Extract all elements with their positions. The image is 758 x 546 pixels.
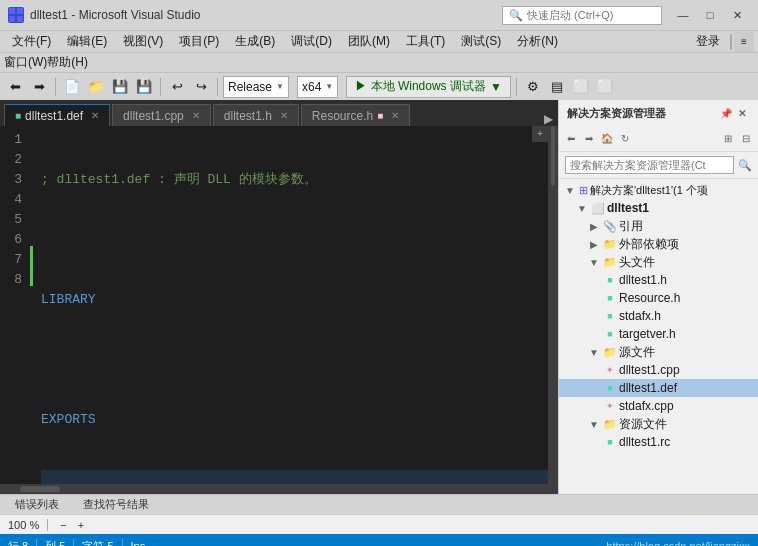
minimize-button[interactable]: — [670, 5, 696, 25]
targetverh-icon: ■ [603, 329, 617, 339]
toolbar-btn-2[interactable]: ▤ [546, 76, 568, 98]
redo-button[interactable]: ↪ [190, 76, 212, 98]
ln-1: 1 [0, 130, 22, 150]
solution-search-area: 🔍 [559, 152, 758, 179]
menu-tools[interactable]: 工具(T) [398, 31, 453, 52]
menu-extra[interactable]: ≡ [734, 32, 754, 52]
toolbar-btn-1[interactable]: ⚙ [522, 76, 544, 98]
panel-close-button[interactable]: ✕ [734, 105, 750, 121]
save-all-button[interactable]: 💾 [133, 76, 155, 98]
sol-refresh-btn[interactable]: ↻ [617, 131, 633, 147]
platform-dropdown[interactable]: x64 ▼ [297, 76, 338, 98]
menu-window[interactable]: 窗口(W) [4, 54, 47, 71]
config-dropdown[interactable]: Release ▼ [223, 76, 289, 98]
tree-dlltest1-rc[interactable]: ■ dlltest1.rc [559, 433, 758, 451]
tree-resource-files[interactable]: ▼ 📁 资源文件 [559, 415, 758, 433]
tab-close-3[interactable]: ✕ [280, 110, 288, 121]
resource-expand-icon: ▼ [587, 419, 601, 430]
quick-launch-box[interactable]: 🔍 [502, 6, 662, 25]
tab-scroll-right[interactable]: ▶ [538, 112, 558, 126]
menu-file[interactable]: 文件(F) [4, 31, 59, 52]
stdafxh-icon: ■ [603, 311, 617, 321]
sol-back-btn[interactable]: ⬅ [563, 131, 579, 147]
nav-forward-button[interactable]: ➡ [28, 76, 50, 98]
solution-expand-icon: ▼ [563, 185, 577, 196]
tab-label-4: Resource.h [312, 109, 373, 123]
tab-close-1[interactable]: ✕ [91, 110, 99, 121]
tab-resource-h[interactable]: Resource.h ■ ✕ [301, 104, 410, 126]
menu-team[interactable]: 团队(M) [340, 31, 398, 52]
nav-back-button[interactable]: ⬅ [4, 76, 26, 98]
menu-help[interactable]: 帮助(H) [47, 54, 88, 71]
references-icon: 📎 [603, 220, 617, 233]
hscroll-thumb[interactable] [20, 486, 60, 492]
tree-resource-h[interactable]: ■ Resource.h [559, 289, 758, 307]
menu-debug[interactable]: 调试(D) [283, 31, 340, 52]
menu-analyze[interactable]: 分析(N) [509, 31, 566, 52]
tree-solution-root[interactable]: ▼ ⊞ 解决方案'dlltest1'(1 个项 [559, 181, 758, 199]
solution-search-input[interactable] [565, 156, 734, 174]
status-bar: 行 8 列 5 字符 5 Ins https://blog.csdn.net/l… [0, 534, 758, 546]
status-url[interactable]: https://blog.csdn.net/liangzixx [606, 540, 750, 546]
tree-targetver-h[interactable]: ■ targetver.h [559, 325, 758, 343]
tree-dlltest1-h[interactable]: ■ dlltest1.h [559, 271, 758, 289]
undo-button[interactable]: ↩ [166, 76, 188, 98]
tree-external-deps[interactable]: ▶ 📁 外部依赖项 [559, 235, 758, 253]
sol-collapse-btn[interactable]: ⊟ [738, 131, 754, 147]
sol-home-btn[interactable]: 🏠 [599, 131, 615, 147]
sol-forward-btn[interactable]: ➡ [581, 131, 597, 147]
menu-edit[interactable]: 编辑(E) [59, 31, 115, 52]
dlltest1cpp-label: dlltest1.cpp [619, 363, 680, 377]
menu-build[interactable]: 生成(B) [227, 31, 283, 52]
tab-dlltest1-def[interactable]: ■ dlltest1.def ✕ [4, 104, 110, 126]
tab-close-2[interactable]: ✕ [192, 110, 200, 121]
tab-error-list[interactable]: 错误列表 [4, 494, 70, 515]
tree-stdafx-h[interactable]: ■ stdafx.h [559, 307, 758, 325]
tree-source-files[interactable]: ▼ 📁 源文件 [559, 343, 758, 361]
panel-pin-button[interactable]: 📌 [718, 105, 734, 121]
open-file-button[interactable]: 📁 [85, 76, 107, 98]
menu-test[interactable]: 测试(S) [453, 31, 509, 52]
scroll-thumb[interactable] [551, 126, 555, 186]
run-button[interactable]: ▶ 本地 Windows 调试器 ▼ [346, 76, 511, 98]
editor-hscrollbar[interactable] [0, 484, 558, 494]
sol-expand-btn[interactable]: ⊞ [720, 131, 736, 147]
tab-dlltest1-h[interactable]: dlltest1.h ✕ [213, 104, 299, 126]
tree-stdafx-cpp[interactable]: ✦ stdafx.cpp [559, 397, 758, 415]
tab-dlltest1-cpp[interactable]: dlltest1.cpp ✕ [112, 104, 211, 126]
toolbar-btn-3[interactable]: ⬜ [570, 76, 592, 98]
tab-close-4[interactable]: ✕ [391, 110, 399, 121]
tree-references[interactable]: ▶ 📎 引用 [559, 217, 758, 235]
zoom-decrease-btn[interactable]: − [56, 519, 70, 531]
toolbar-sep-3 [217, 78, 218, 96]
editor-add-btn[interactable]: + [532, 126, 548, 142]
dlltest1rc-label: dlltest1.rc [619, 435, 670, 449]
editor-vscrollbar[interactable] [548, 126, 558, 484]
maximize-button[interactable]: □ [697, 5, 723, 25]
code-content[interactable]: ; dlltest1.def : 声明 DLL 的模块参数。 LIBRARY E… [33, 126, 548, 484]
code-text-4 [41, 350, 49, 370]
status-sep-2 [73, 539, 74, 546]
tab-find-results[interactable]: 查找符号结果 [72, 494, 160, 515]
resourceh-label: Resource.h [619, 291, 680, 305]
ln-2: 2 [0, 150, 22, 170]
menu-project[interactable]: 项目(P) [171, 31, 227, 52]
status-sep-1 [36, 539, 37, 546]
stdafxcpp-icon: ✦ [603, 401, 617, 411]
menu-login[interactable]: 登录 [688, 31, 728, 52]
tree-project-root[interactable]: ▼ ⬜ dlltest1 [559, 199, 758, 217]
code-text-2 [41, 230, 49, 250]
tree-dlltest1-def[interactable]: ■ dlltest1.def [559, 379, 758, 397]
project-icon: ⬜ [591, 202, 605, 215]
tree-header-files[interactable]: ▼ 📁 头文件 [559, 253, 758, 271]
header-icon: 📁 [603, 256, 617, 269]
menu-view[interactable]: 视图(V) [115, 31, 171, 52]
zoom-increase-btn[interactable]: + [74, 519, 88, 531]
close-button[interactable]: ✕ [724, 5, 750, 25]
toolbar-btn-4[interactable]: ⬜ [594, 76, 616, 98]
tree-dlltest1-cpp[interactable]: ✦ dlltest1.cpp [559, 361, 758, 379]
new-file-button[interactable]: 📄 [61, 76, 83, 98]
quick-launch-input[interactable] [527, 9, 655, 21]
ln-7: 7 [0, 250, 22, 270]
save-button[interactable]: 💾 [109, 76, 131, 98]
